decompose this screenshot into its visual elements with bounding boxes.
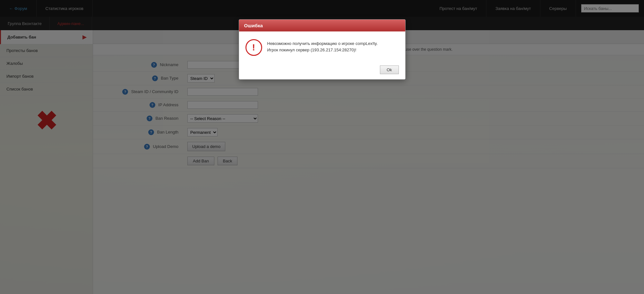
modal-message-line1: Невозможно получить информацию о игроке … xyxy=(267,40,378,47)
modal-footer: Ok xyxy=(239,62,405,79)
modal-body: ! Невозможно получить информацию о игрок… xyxy=(239,31,405,62)
modal-overlay: Ошибка ! Невозможно получить информацию … xyxy=(0,0,644,294)
modal-title-bar: Ошибка xyxy=(239,20,405,31)
modal-message: Невозможно получить информацию о игроке … xyxy=(267,39,378,53)
error-icon: ! xyxy=(245,39,262,56)
modal-ok-button[interactable]: Ok xyxy=(380,65,399,74)
error-modal: Ошибка ! Невозможно получить информацию … xyxy=(239,19,406,80)
modal-message-line2: Игрок покинул сервер (193.26.217.154:282… xyxy=(267,47,378,53)
modal-title: Ошибка xyxy=(244,23,263,28)
